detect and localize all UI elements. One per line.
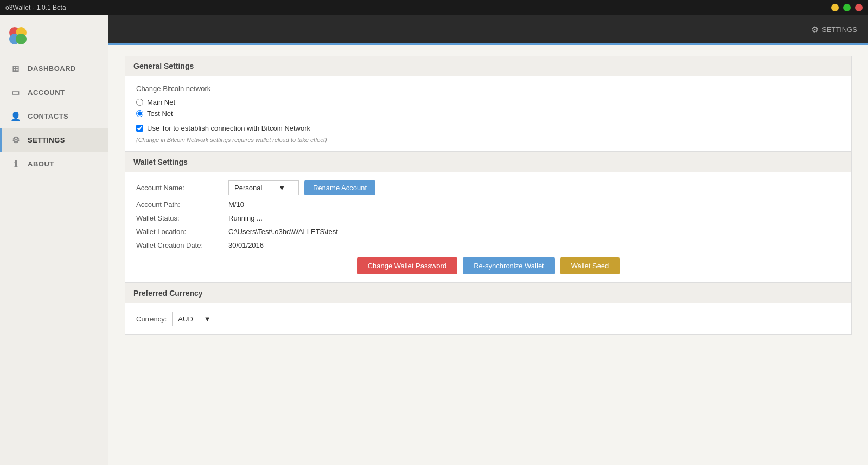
account-name-dropdown[interactable]: Personal ▼ <box>228 180 299 195</box>
close-button[interactable] <box>855 4 863 11</box>
account-name-row: Account Name: Personal ▼ Rename Account <box>136 180 840 195</box>
title-bar: o3Wallet - 1.0.1 Beta <box>0 0 868 15</box>
mainnet-radio[interactable] <box>136 99 143 106</box>
svg-point-3 <box>16 34 27 44</box>
account-icon: ▭ <box>10 87 21 98</box>
testnet-label: Test Net <box>147 109 173 118</box>
currency-label: Currency: <box>136 315 167 323</box>
network-radio-group: Main Net Test Net <box>136 98 840 118</box>
wallet-action-buttons: Change Wallet Password Re-synchronize Wa… <box>136 257 840 274</box>
wallet-location-value: C:\Users\Test\.o3bc\WALLETS\test <box>228 228 338 236</box>
currency-chevron-icon: ▼ <box>204 315 211 323</box>
tor-option[interactable]: Use Tor to establish connection with Bit… <box>136 124 840 132</box>
window-controls <box>831 4 863 11</box>
wallet-creation-label: Wallet Creation Date: <box>136 241 223 249</box>
sidebar-about-label: ABOUT <box>28 160 54 168</box>
tor-label: Use Tor to establish connection with Bit… <box>147 124 310 132</box>
account-path-value: M/10 <box>228 201 244 209</box>
gear-icon: ⚙ <box>811 24 819 35</box>
general-settings-section: General Settings Change Bitcoin network … <box>125 56 852 152</box>
currency-row: Currency: AUD ▼ <box>136 312 840 326</box>
sidebar-item-settings[interactable]: ⚙ SETTINGS <box>0 128 108 152</box>
wallet-location-row: Wallet Location: C:\Users\Test\.o3bc\WAL… <box>136 228 840 236</box>
sidebar-settings-label: SETTINGS <box>28 136 65 144</box>
network-note: (Change in Bitcoin Network settings requ… <box>136 137 840 143</box>
tor-checkbox[interactable] <box>136 125 143 132</box>
testnet-radio[interactable] <box>136 110 143 117</box>
sidebar-dashboard-label: DASHBOARD <box>28 64 76 73</box>
account-path-row: Account Path: M/10 <box>136 201 840 209</box>
wallet-seed-button[interactable]: Wallet Seed <box>560 257 620 274</box>
sidebar-item-account[interactable]: ▭ ACCOUNT <box>0 80 108 104</box>
top-bar: ⚙ SETTINGS <box>108 15 868 45</box>
wallet-status-value: Running ... <box>228 214 263 222</box>
logo-area <box>0 21 108 56</box>
wallet-creation-value: 30/01/2016 <box>228 241 264 249</box>
account-path-label: Account Path: <box>136 201 223 209</box>
account-name-value: Personal <box>234 184 262 192</box>
preferred-currency-body: Currency: AUD ▼ <box>125 303 851 334</box>
sidebar: ⊞ DASHBOARD ▭ ACCOUNT 👤 CONTACTS ⚙ SETTI… <box>0 15 108 465</box>
preferred-currency-header: Preferred Currency <box>125 283 851 303</box>
minimize-button[interactable] <box>831 4 839 11</box>
network-label: Change Bitcoin network <box>136 85 840 93</box>
sidebar-item-dashboard[interactable]: ⊞ DASHBOARD <box>0 56 108 80</box>
wallet-settings-body: Account Name: Personal ▼ Rename Account … <box>125 172 851 282</box>
dropdown-chevron-icon: ▼ <box>278 184 285 192</box>
preferred-currency-section: Preferred Currency Currency: AUD ▼ <box>125 283 852 335</box>
mainnet-label: Main Net <box>147 98 175 106</box>
settings-icon: ⚙ <box>10 134 21 145</box>
wallet-status-label: Wallet Status: <box>136 214 223 222</box>
testnet-option[interactable]: Test Net <box>136 109 840 118</box>
app-title: o3Wallet - 1.0.1 Beta <box>5 4 66 11</box>
wallet-settings-section: Wallet Settings Account Name: Personal ▼… <box>125 152 852 283</box>
mainnet-option[interactable]: Main Net <box>136 98 840 106</box>
change-password-button[interactable]: Change Wallet Password <box>357 257 457 274</box>
sidebar-item-about[interactable]: ℹ ABOUT <box>0 152 108 176</box>
settings-top-button[interactable]: ⚙ SETTINGS <box>811 24 857 35</box>
general-settings-body: Change Bitcoin network Main Net Test Net <box>125 76 851 151</box>
sidebar-item-contacts[interactable]: 👤 CONTACTS <box>0 104 108 128</box>
sidebar-account-label: ACCOUNT <box>28 88 65 96</box>
wallet-settings-header: Wallet Settings <box>125 152 851 172</box>
account-name-label: Account Name: <box>136 184 223 192</box>
settings-top-label: SETTINGS <box>822 25 857 34</box>
maximize-button[interactable] <box>843 4 851 11</box>
app-container: ⊞ DASHBOARD ▭ ACCOUNT 👤 CONTACTS ⚙ SETTI… <box>0 15 868 465</box>
app-logo <box>8 26 28 46</box>
main-content-area: ⚙ SETTINGS General Settings Change Bitco… <box>108 15 868 465</box>
settings-content: General Settings Change Bitcoin network … <box>108 45 868 346</box>
dashboard-icon: ⊞ <box>10 63 21 74</box>
wallet-location-label: Wallet Location: <box>136 228 223 236</box>
general-settings-header: General Settings <box>125 56 851 76</box>
wallet-status-row: Wallet Status: Running ... <box>136 214 840 222</box>
rename-account-button[interactable]: Rename Account <box>304 180 375 195</box>
wallet-creation-row: Wallet Creation Date: 30/01/2016 <box>136 241 840 249</box>
about-icon: ℹ <box>10 158 21 169</box>
resync-wallet-button[interactable]: Re-synchronize Wallet <box>463 257 555 274</box>
contacts-icon: 👤 <box>10 111 21 121</box>
sidebar-contacts-label: CONTACTS <box>28 112 68 120</box>
currency-dropdown[interactable]: AUD ▼ <box>172 312 226 326</box>
currency-value: AUD <box>178 315 193 323</box>
